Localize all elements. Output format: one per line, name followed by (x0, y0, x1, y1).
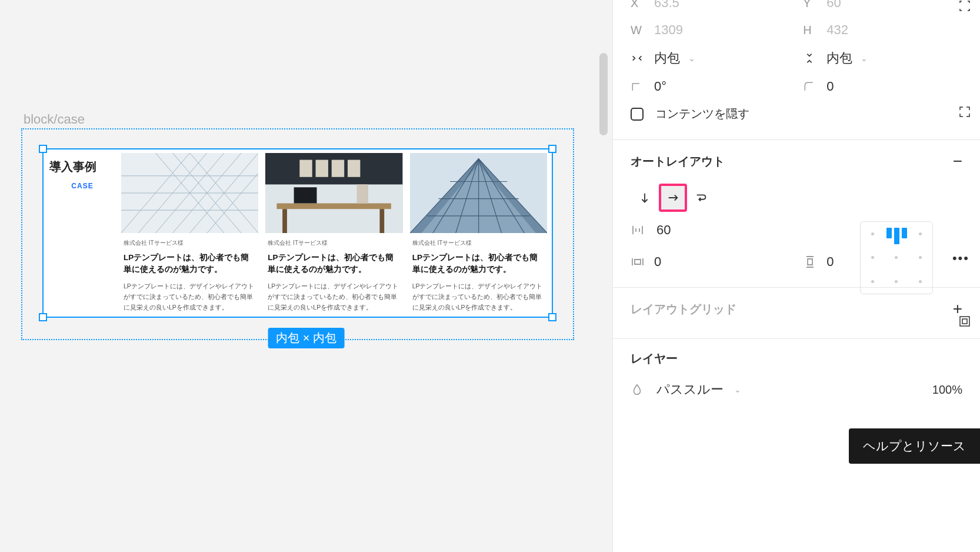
card-image (265, 153, 402, 233)
independent-corners-icon[interactable] (958, 105, 972, 122)
layer-title: レイヤー (631, 351, 678, 367)
independent-padding-icon[interactable] (958, 314, 972, 331)
frame-name-label[interactable]: block/case (24, 112, 85, 127)
card-description: LPテンプレートには、デザインやレイアウトがすでに決まっているため、初心者でも簡… (268, 281, 400, 313)
x-label: X (631, 0, 646, 10)
corner-radius-icon (803, 81, 818, 92)
autolayout-direction-group (631, 184, 715, 212)
checkbox-icon[interactable] (631, 108, 644, 121)
case-card: 株式会社 ITサービス様 LPテンプレートは、初心者でも簡単に使えるのが魅力です… (121, 153, 258, 313)
case-header: 導入事例 CASE (44, 149, 121, 317)
svg-rect-22 (294, 187, 317, 203)
clip-content-toggle[interactable]: コンテンツを隠す (613, 100, 980, 128)
hug-horizontal-icon (631, 52, 646, 65)
svg-rect-16 (316, 160, 328, 177)
alignment-indicator-icon (886, 228, 907, 244)
x-position-field[interactable]: X 63.5 (631, 0, 790, 11)
resize-handle-br[interactable] (548, 313, 556, 321)
rotation-field[interactable]: 0° (631, 79, 790, 94)
resize-handle-tl[interactable] (39, 145, 47, 153)
h-label: H (803, 24, 818, 37)
direction-wrap-button[interactable] (687, 184, 715, 212)
blend-mode-icon (631, 383, 646, 396)
selected-frame[interactable]: 導入事例 CASE 株式会社 ITサービス様 LPテンプレートは、初心者でも簡単… (42, 148, 553, 318)
opacity-value[interactable]: 100% (932, 383, 962, 397)
h-value: 432 (826, 22, 848, 38)
corner-radius-field[interactable]: 0 (803, 79, 962, 94)
resize-handle-bl[interactable] (39, 313, 47, 321)
case-card: 株式会社 ITサービス様 LPテンプレートは、初心者でも簡単に使えるのが魅力です… (265, 153, 402, 313)
case-block-content: 導入事例 CASE 株式会社 ITサービス様 LPテンプレートは、初心者でも簡単… (44, 149, 552, 317)
canvas-scrollbar[interactable] (599, 53, 608, 135)
y-value: 60 (826, 0, 841, 11)
direction-horizontal-button[interactable] (659, 184, 687, 212)
chevron-down-icon: ⌄ (688, 54, 695, 63)
design-canvas[interactable]: block/case 導入事例 CASE 株式会社 ITサービス様 LPテンプレ… (0, 0, 612, 552)
horizontal-resizing-dropdown[interactable]: 内包 ⌄ (631, 49, 790, 67)
layer-section-header: レイヤー (613, 348, 980, 375)
card-description: LPテンプレートには、デザインやレイアウトがすでに決まっているため、初心者でも簡… (124, 281, 256, 313)
case-title: 導入事例 (49, 159, 115, 175)
svg-rect-19 (277, 203, 391, 209)
card-image (410, 153, 547, 233)
autolayout-section-header: オートレイアウト − (613, 149, 980, 179)
autolayout-title: オートレイアウト (631, 154, 725, 169)
padding-v-value: 0 (826, 254, 834, 270)
alignment-grid[interactable] (860, 221, 933, 294)
svg-rect-17 (332, 160, 344, 177)
clip-content-label: コンテンツを隠す (655, 106, 749, 122)
rotation-value: 0° (654, 79, 666, 94)
y-label: Y (803, 0, 818, 10)
properties-panel: X 63.5 Y 60 W 1309 H 432 内包 ⌄ (612, 0, 980, 552)
case-cards-row: 株式会社 ITサービス様 LPテンプレートは、初心者でも簡単に使えるのが魅力です… (121, 149, 552, 317)
layout-grid-title: レイアウトグリッド (631, 301, 736, 317)
svg-rect-38 (962, 319, 967, 324)
autolayout-more-button[interactable]: ••• (952, 251, 969, 266)
padding-horizontal-icon (631, 255, 646, 269)
svg-rect-23 (357, 184, 368, 203)
help-tooltip: ヘルプとリソース (849, 428, 980, 464)
padding-h-value: 0 (654, 254, 661, 270)
y-position-field[interactable]: Y 60 (803, 0, 962, 11)
chevron-down-icon: ⌄ (861, 54, 868, 63)
chevron-down-icon: ⌄ (734, 385, 741, 394)
svg-rect-15 (300, 160, 312, 177)
direction-vertical-button[interactable] (631, 184, 659, 212)
card-description: LPテンプレートには、デザインやレイアウトがすでに決まっているため、初心者でも簡… (412, 281, 545, 313)
card-company: 株式会社 ITサービス様 (124, 239, 256, 247)
w-value: 1309 (654, 22, 683, 38)
card-heading: LPテンプレートは、初心者でも簡単に使えるのが魅力です。 (124, 252, 256, 276)
card-company: 株式会社 ITサービス様 (268, 239, 400, 247)
case-subtitle: CASE (49, 182, 115, 190)
svg-rect-21 (380, 209, 385, 233)
blend-mode-value: パススルー (656, 381, 724, 398)
gap-icon (631, 223, 646, 237)
remove-autolayout-button[interactable]: − (953, 152, 962, 171)
blend-mode-dropdown[interactable]: パススルー ⌄ 100% (613, 375, 980, 404)
w-label: W (631, 24, 646, 37)
card-heading: LPテンプレートは、初心者でも簡単に使えるのが魅力です。 (412, 252, 545, 276)
width-field[interactable]: W 1309 (631, 22, 790, 38)
h-resize-value: 内包 (654, 49, 680, 67)
height-field[interactable]: H 432 (803, 22, 962, 38)
card-image (121, 153, 258, 233)
card-company: 株式会社 ITサービス様 (412, 239, 545, 247)
card-heading: LPテンプレートは、初心者でも簡単に使えるのが魅力です。 (268, 252, 400, 276)
v-resize-value: 内包 (826, 49, 852, 67)
vertical-resizing-dropdown[interactable]: 内包 ⌄ (803, 49, 962, 67)
layout-grid-section-header[interactable]: レイアウトグリッド + (613, 297, 980, 327)
corner-value: 0 (826, 79, 834, 94)
x-value: 63.5 (654, 0, 679, 11)
hug-vertical-icon (803, 52, 818, 65)
case-card: 株式会社 ITサービス様 LPテンプレートは、初心者でも簡単に使えるのが魅力です… (410, 153, 547, 313)
rotation-icon (631, 81, 646, 92)
constrain-proportions-icon[interactable] (958, 0, 972, 16)
svg-rect-37 (960, 317, 969, 326)
padding-vertical-icon (803, 255, 818, 269)
selection-size-badge: 内包 × 内包 (268, 328, 345, 348)
resize-handle-tr[interactable] (548, 145, 556, 153)
padding-horizontal-field[interactable]: 0 (631, 254, 790, 270)
gap-value: 60 (656, 222, 671, 238)
svg-rect-20 (282, 209, 287, 233)
svg-rect-18 (348, 160, 360, 177)
